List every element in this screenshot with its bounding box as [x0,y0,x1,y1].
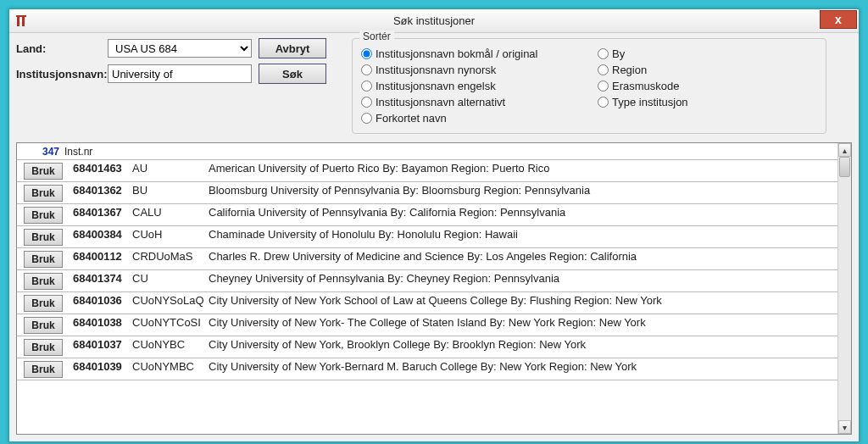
institution-description: American University of Puerto Rico By: B… [209,162,831,175]
institution-id: 68401036 [70,294,132,307]
institution-id: 68401367 [70,206,132,219]
cancel-button[interactable]: Avbryt [259,38,326,58]
institution-id: 68401037 [70,338,132,351]
institution-id: 68400112 [70,250,132,263]
sort-option[interactable]: Institusjonsnavn engelsk [361,80,581,92]
sort-option[interactable]: Region [598,64,817,76]
results-body: Bruk68401463AUAmerican University of Pue… [17,160,837,434]
table-row: Bruk68400112CRDUoMaSCharles R. Drew Univ… [17,248,837,270]
sort-option[interactable]: Institusjonsnavn alternativt [361,96,581,108]
institution-description: City University of New York-Bernard M. B… [209,360,831,374]
sort-option[interactable] [598,112,817,125]
institution-id: 68401038 [70,316,132,329]
institution-id: 68401374 [70,272,132,285]
institution-code: CUoNYMBC [132,360,209,373]
institution-code: CUoNYSoLaQ [132,294,209,307]
table-row: Bruk68401039CUoNYMBCCity University of N… [17,358,837,380]
sort-option[interactable]: Erasmuskode [598,80,817,92]
table-row: Bruk68400384CUoHChaminade University of … [17,226,837,248]
titlebar: Søk institusjoner x [9,9,859,33]
institution-code: CU [132,272,209,285]
use-button[interactable]: Bruk [24,163,63,180]
use-button[interactable]: Bruk [24,361,63,378]
sort-option-label: Region [612,64,647,76]
institution-description: California University of Pennsylvania By… [209,206,831,219]
sort-option-label: Type institusjon [612,96,688,108]
institution-description: Chaminade University of Honolulu By: Hon… [209,228,831,241]
sort-option[interactable]: Institusjonsnavn nynorsk [361,64,581,76]
institution-code: CUoH [132,228,209,241]
table-row: Bruk68401367CALUCalifornia University of… [17,204,837,226]
institution-description: City University of New York- The College… [209,316,831,330]
sort-option[interactable]: Type institusjon [598,96,817,108]
close-icon: x [835,13,842,26]
institution-name-label: Institusjonsnavn: [16,68,101,80]
content-area: Land: USA US 684 Avbryt Institusjonsnavn… [9,33,859,441]
sort-option-label: Forkortet navn [376,112,447,125]
institution-description: Bloomsburg University of Pennsylvania By… [209,184,831,197]
table-row: Bruk68401463AUAmerican University of Pue… [17,160,837,182]
institution-code: CUoNYBC [132,338,209,351]
sort-option-label: Institusjonsnavn engelsk [376,80,496,92]
table-row: Bruk68401037CUoNYBCCity University of Ne… [17,336,837,358]
scroll-down-icon[interactable]: ▾ [838,420,851,434]
form-area: Land: USA US 684 Avbryt Institusjonsnavn… [16,38,326,84]
country-select[interactable]: USA US 684 [108,39,252,58]
institution-code: AU [132,162,209,175]
sort-radio[interactable] [598,64,609,75]
search-button[interactable]: Søk [259,64,326,84]
use-button[interactable]: Bruk [24,273,63,290]
sort-option[interactable]: By [598,47,817,60]
sort-radio[interactable] [598,80,609,92]
use-button[interactable]: Bruk [24,339,63,356]
results-panel: 347 Inst.nr Bruk68401463AUAmerican Unive… [16,142,852,435]
institution-code: BU [132,184,209,197]
close-button[interactable]: x [820,10,857,29]
institution-description: City University of New York School of La… [209,294,831,308]
institution-code: CALU [132,206,209,219]
sort-radio[interactable] [598,97,609,108]
country-label: Land: [16,42,101,55]
use-button[interactable]: Bruk [24,295,63,312]
search-controls: Land: USA US 684 Avbryt Institusjonsnavn… [16,38,852,134]
institution-id: 68401362 [70,184,132,197]
sort-option-label: Institusjonsnavn bokmål / original [376,47,538,60]
instnr-header: Inst.nr [64,146,92,158]
institution-name-input[interactable] [108,64,252,83]
table-row: Bruk68401036CUoNYSoLaQCity University of… [17,292,837,314]
window-title: Søk institusjoner [9,14,859,27]
scrollbar[interactable]: ▴ ▾ [837,143,851,434]
institution-id: 68400384 [70,228,132,241]
svg-rect-1 [22,16,25,26]
results-count: 347 [27,146,64,158]
sort-radio[interactable] [361,64,372,75]
sort-radio[interactable] [361,48,372,59]
table-row: Bruk68401362BUBloomsburg University of P… [17,182,837,204]
sort-groupbox: Sortér Institusjonsnavn bokmål / origina… [352,38,826,134]
scroll-up-icon[interactable]: ▴ [838,143,851,157]
sort-option[interactable]: Institusjonsnavn bokmål / original [361,47,581,60]
sort-option[interactable]: Forkortet navn [361,112,581,125]
scroll-thumb[interactable] [839,157,850,177]
sort-radio[interactable] [598,48,609,59]
use-button[interactable]: Bruk [24,251,63,268]
use-button[interactable]: Bruk [24,229,63,246]
sort-radio[interactable] [361,97,372,108]
table-row: Bruk68401038CUoNYTCoSICity University of… [17,314,837,336]
sort-radio[interactable] [361,80,372,92]
institution-description: Cheyney University of Pennsylvania By: C… [209,272,831,286]
use-button[interactable]: Bruk [24,207,63,224]
use-button[interactable]: Bruk [24,317,63,334]
sort-option-label: Institusjonsnavn alternativt [376,96,505,108]
sort-option-label: Erasmuskode [612,80,679,92]
results-header: 347 Inst.nr [17,143,851,160]
sort-legend: Sortér [359,31,394,42]
institution-description: City University of New York, Brooklyn Co… [209,338,831,352]
institution-id: 68401039 [70,360,132,373]
sort-radio[interactable] [361,113,372,124]
sort-option-label: By [612,47,625,60]
app-icon [14,14,28,28]
use-button[interactable]: Bruk [24,185,63,202]
institution-code: CUoNYTCoSI [132,316,209,329]
institution-code: CRDUoMaS [132,250,209,263]
